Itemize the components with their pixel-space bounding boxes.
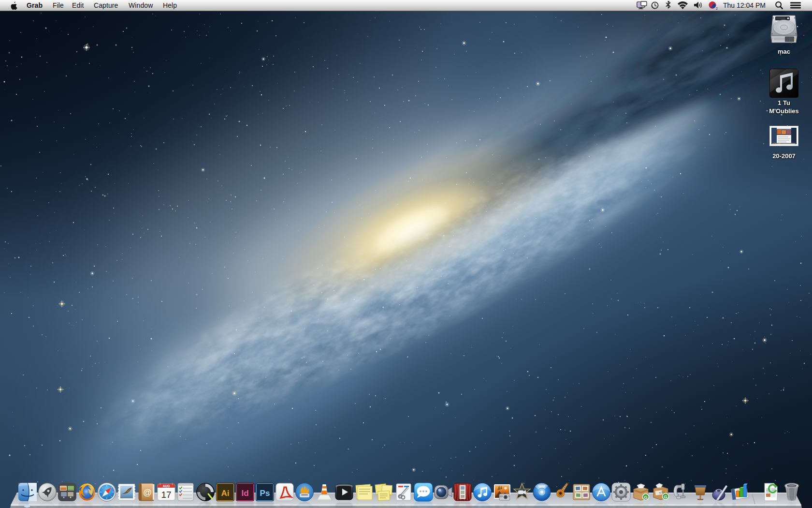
svg-text:2: 2 — [716, 7, 718, 10]
svg-text:Ps: Ps — [260, 505, 270, 508]
svg-text:G: G — [664, 504, 667, 508]
svg-text:Id: Id — [241, 505, 248, 508]
svg-text:G: G — [644, 495, 647, 500]
svg-text:Ps: Ps — [260, 489, 270, 498]
svg-text:@: @ — [143, 506, 152, 508]
svg-text:G: G — [664, 494, 667, 499]
svg-text:G: G — [644, 503, 647, 508]
svg-text:AUG: AUG — [163, 484, 170, 488]
svg-text:Id: Id — [241, 489, 248, 498]
svg-text:17: 17 — [161, 490, 171, 500]
svg-text:Ai: Ai — [221, 489, 230, 498]
svg-text:17: 17 — [161, 503, 171, 508]
svg-text:Ai: Ai — [221, 505, 230, 508]
svg-text:@: @ — [143, 488, 152, 497]
svg-text:Thu 12:04 PM: Thu 12:04 PM — [723, 1, 766, 9]
